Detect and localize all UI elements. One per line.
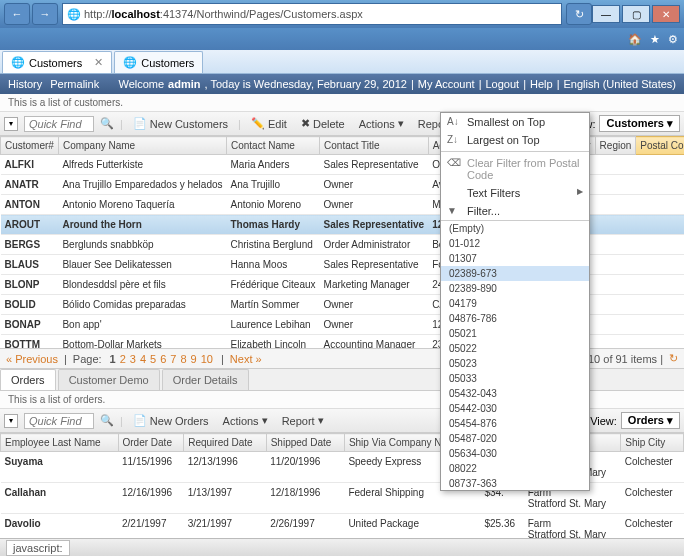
filter-value[interactable]: 05487-020 (441, 431, 589, 446)
favorites-icon[interactable]: ★ (650, 33, 660, 46)
sort-desc-icon: Z↓ (447, 134, 461, 145)
search-icon[interactable]: 🔍 (100, 414, 114, 427)
filter-value[interactable]: 05634-030 (441, 446, 589, 461)
page-link[interactable]: 4 (140, 353, 146, 365)
column-header[interactable]: Employee Last Name (1, 434, 119, 452)
back-button[interactable]: ← (4, 3, 30, 25)
column-header[interactable]: Postal Code ▾ (636, 137, 684, 155)
page-link[interactable]: 6 (160, 353, 166, 365)
tools-icon[interactable]: ⚙ (668, 33, 678, 46)
history-link[interactable]: History (8, 78, 42, 90)
page-link[interactable]: 5 (150, 353, 156, 365)
column-header[interactable]: Customer# (1, 137, 59, 155)
help-link[interactable]: Help (530, 78, 553, 90)
view-selector[interactable]: Customers ▾ (599, 115, 680, 132)
sort-ascending[interactable]: A↓Smallest on Top (441, 113, 589, 131)
clear-filter[interactable]: ⌫Clear Filter from Postal Code (441, 154, 589, 184)
tab-customer-demo[interactable]: Customer Demo (58, 369, 160, 390)
filter-value[interactable]: 04876-786 (441, 311, 589, 326)
filter-value[interactable]: 05033 (441, 371, 589, 386)
orders-quick-find[interactable] (24, 413, 94, 429)
filter-value[interactable]: 02389-890 (441, 281, 589, 296)
language-link[interactable]: English (United States) (564, 78, 677, 90)
actions-dropdown[interactable]: Actions ▾ (355, 115, 408, 132)
delete-button[interactable]: ✖Delete (297, 115, 349, 132)
filter-value[interactable]: 05454-876 (441, 416, 589, 431)
prev-page[interactable]: « Previous (6, 353, 58, 365)
column-header[interactable]: Shipped Date (266, 434, 344, 452)
filter-value[interactable]: 08022 (441, 461, 589, 476)
sort-descending[interactable]: Z↓Largest on Top (441, 131, 589, 149)
orders-actions-dropdown[interactable]: Actions ▾ (219, 412, 272, 429)
filter-value[interactable]: 05442-030 (441, 401, 589, 416)
column-header[interactable]: Ship City (621, 434, 684, 452)
filter-value[interactable]: 04179 (441, 296, 589, 311)
my-account-link[interactable]: My Account (418, 78, 475, 90)
search-icon[interactable]: 🔍 (100, 117, 114, 130)
permalink-link[interactable]: Permalink (50, 78, 99, 90)
page-link[interactable]: 3 (130, 353, 136, 365)
column-header[interactable]: Company Name (58, 137, 226, 155)
filter-icon: ▼ (447, 205, 461, 216)
new-orders-button[interactable]: 📄New Orders (129, 412, 213, 429)
tab-customers-1[interactable]: 🌐Customers✕ (2, 51, 112, 73)
close-button[interactable]: ✕ (652, 5, 680, 23)
refresh-button[interactable]: ↻ (566, 3, 592, 25)
page-icon: 🌐 (67, 8, 81, 21)
orders-view-selector[interactable]: Orders ▾ (621, 412, 680, 429)
filter-value[interactable]: 05432-043 (441, 386, 589, 401)
menu-dropdown[interactable]: ▾ (4, 117, 18, 131)
orders-report-dropdown[interactable]: Report ▾ (278, 412, 328, 429)
new-icon: 📄 (133, 117, 147, 130)
column-header[interactable]: Required Date (184, 434, 267, 452)
column-header[interactable]: Contact Title (320, 137, 429, 155)
edit-button[interactable]: ✏️Edit (247, 115, 291, 132)
minimize-button[interactable]: — (592, 5, 620, 23)
page-link[interactable]: 9 (191, 353, 197, 365)
delete-icon: ✖ (301, 117, 310, 130)
filter-value[interactable]: 01-012 (441, 236, 589, 251)
new-button[interactable]: 📄New Customers (129, 115, 232, 132)
app-header: History Permalink Welcome admin, Today i… (0, 74, 684, 94)
browser-titlebar: ← → 🌐 http://localhost:41374/Northwind/P… (0, 0, 684, 28)
page-link[interactable]: 1 (110, 353, 116, 365)
filter-value[interactable]: 05021 (441, 326, 589, 341)
logout-link[interactable]: Logout (486, 78, 520, 90)
orders-menu-dropdown[interactable]: ▾ (4, 414, 18, 428)
column-header[interactable]: Contact Name (227, 137, 320, 155)
filter-value[interactable]: 08737-363 (441, 476, 589, 490)
browser-tabs: 🌐Customers✕ 🌐Customers (0, 50, 684, 74)
refresh-grid[interactable]: ↻ (669, 352, 678, 365)
status-bar: javascript: (0, 538, 684, 556)
page-link[interactable]: 7 (170, 353, 176, 365)
column-header[interactable]: Order Date (118, 434, 184, 452)
tab-customers-2[interactable]: 🌐Customers (114, 51, 203, 73)
quick-find-input[interactable] (24, 116, 94, 132)
close-tab-icon[interactable]: ✕ (94, 56, 103, 69)
browser-toolbar: 🏠 ★ ⚙ (0, 28, 684, 50)
tab-orders[interactable]: Orders (0, 369, 56, 390)
filter-value[interactable]: 01307 (441, 251, 589, 266)
column-header[interactable]: Region (595, 137, 636, 155)
maximize-button[interactable]: ▢ (622, 5, 650, 23)
sort-asc-icon: A↓ (447, 116, 461, 127)
new-icon: 📄 (133, 414, 147, 427)
home-icon[interactable]: 🏠 (628, 33, 642, 46)
next-page[interactable]: Next » (230, 353, 262, 365)
page-link[interactable]: 8 (180, 353, 186, 365)
edit-icon: ✏️ (251, 117, 265, 130)
tab-order-details[interactable]: Order Details (162, 369, 249, 390)
postal-code-filter-menu: A↓Smallest on Top Z↓Largest on Top ⌫Clea… (440, 112, 590, 491)
page-link[interactable]: 2 (120, 353, 126, 365)
text-filters-menu[interactable]: Text Filters (441, 184, 589, 202)
page-link[interactable]: 10 (201, 353, 213, 365)
filter-dialog[interactable]: ▼Filter... (441, 202, 589, 220)
tab-icon: 🌐 (11, 56, 25, 69)
filter-values-list[interactable]: (Empty)01-0120130702389-67302389-8900417… (441, 220, 589, 490)
address-bar[interactable]: 🌐 http://localhost:41374/Northwind/Pages… (62, 3, 562, 25)
filter-value[interactable]: 02389-673 (441, 266, 589, 281)
forward-button[interactable]: → (32, 3, 58, 25)
filter-value[interactable]: 05022 (441, 341, 589, 356)
filter-value[interactable]: (Empty) (441, 221, 589, 236)
filter-value[interactable]: 05023 (441, 356, 589, 371)
